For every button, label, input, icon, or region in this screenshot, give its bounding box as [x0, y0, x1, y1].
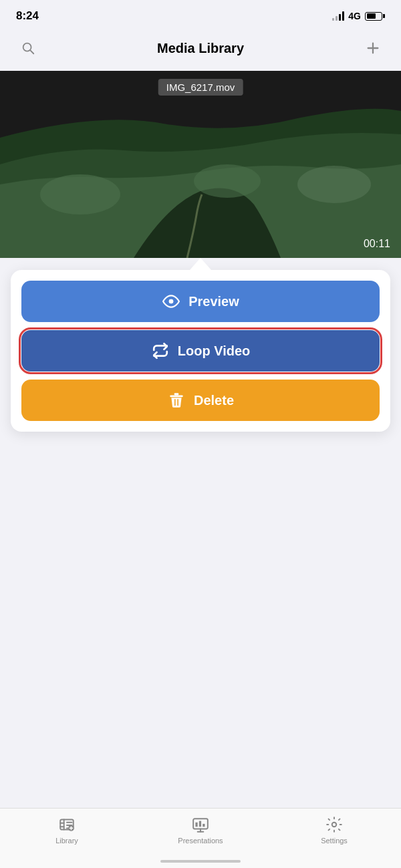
- eye-icon: [162, 293, 180, 310]
- home-indicator: [160, 860, 241, 863]
- svg-rect-28: [203, 824, 205, 827]
- battery-icon: [365, 12, 385, 21]
- add-icon: [366, 41, 380, 55]
- network-label: 4G: [348, 11, 361, 21]
- video-preview: IMG_6217.mov 00:11: [0, 71, 401, 258]
- preview-label: Preview: [188, 294, 239, 309]
- popup-container: Preview Loop Video: [11, 258, 390, 432]
- tab-bar: Library Presentations Settings: [0, 808, 401, 868]
- library-tab-icon: [57, 815, 76, 834]
- loop-arrows-icon: [152, 342, 169, 359]
- video-duration: 00:11: [364, 238, 390, 250]
- svg-point-10: [169, 299, 174, 304]
- popup-menu: Preview Loop Video: [11, 270, 390, 432]
- presentations-tab-icon: [191, 815, 210, 834]
- popup-arrow: [190, 258, 211, 270]
- status-bar: 8:24 4G: [0, 0, 401, 28]
- loop-label: Loop Video: [178, 343, 251, 359]
- nav-bar: Media Library: [0, 28, 401, 71]
- status-time: 8:24: [16, 9, 39, 23]
- status-icons: 4G: [332, 11, 385, 21]
- preview-icon: [162, 292, 180, 311]
- tab-settings[interactable]: Settings: [307, 815, 361, 845]
- svg-rect-11: [170, 395, 183, 397]
- settings-tab-label: Settings: [321, 837, 348, 845]
- svg-rect-26: [195, 823, 197, 827]
- search-button[interactable]: [13, 33, 43, 63]
- page-title: Media Library: [157, 41, 244, 56]
- loop-video-button[interactable]: Loop Video: [21, 330, 380, 372]
- delete-button[interactable]: Delete: [21, 380, 380, 421]
- library-icon: [58, 816, 76, 833]
- settings-tab-icon: [325, 815, 344, 834]
- landscape-svg: [0, 71, 401, 258]
- video-filename: IMG_6217.mov: [158, 79, 243, 96]
- search-icon: [21, 41, 35, 55]
- loop-icon: [151, 341, 170, 360]
- svg-line-1: [30, 50, 33, 53]
- library-tab-label: Library: [55, 837, 78, 845]
- delete-label: Delete: [194, 393, 234, 408]
- delete-icon: [167, 391, 186, 410]
- video-thumbnail: [0, 71, 401, 258]
- preview-button[interactable]: Preview: [21, 281, 380, 322]
- svg-point-31: [332, 823, 337, 827]
- svg-rect-27: [199, 821, 201, 827]
- gear-icon: [325, 816, 343, 833]
- add-button[interactable]: [358, 33, 388, 63]
- svg-point-8: [297, 166, 371, 203]
- trash-icon: [168, 392, 185, 409]
- tab-presentations[interactable]: Presentations: [174, 815, 227, 845]
- presentations-tab-label: Presentations: [178, 837, 223, 845]
- presentations-icon: [192, 816, 209, 833]
- svg-point-6: [40, 174, 120, 214]
- svg-rect-12: [174, 393, 179, 395]
- tab-library[interactable]: Library: [40, 815, 94, 845]
- signal-icon: [332, 11, 344, 21]
- svg-point-7: [194, 164, 261, 198]
